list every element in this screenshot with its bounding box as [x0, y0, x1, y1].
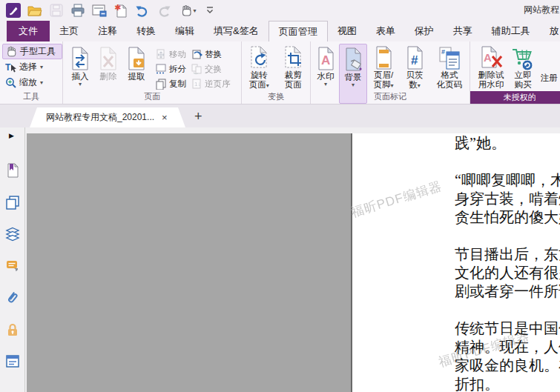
tab-comment[interactable]: 注释 — [88, 21, 127, 41]
bates-numbering-label-1: 贝茨 — [406, 70, 424, 79]
select-tool-label: 选择 — [19, 61, 37, 73]
text-line: 身穿古装，啃着烧 — [455, 190, 560, 208]
email-button[interactable] — [91, 2, 108, 19]
comments-panel-button[interactable] — [5, 259, 20, 273]
reverse-order-icon: 1↓ — [191, 78, 202, 90]
header-footer-icon — [371, 45, 396, 70]
svg-text:#: # — [441, 48, 445, 56]
remove-trial-watermark-icon: A — [478, 45, 504, 70]
copy-pages-button[interactable]: 复制 — [155, 76, 186, 91]
new-tab-button[interactable]: + — [194, 109, 202, 124]
dropdown-icon: ▾ — [193, 8, 196, 13]
window-title: 网站教程 — [524, 4, 560, 16]
tab-partial[interactable]: 放 — [540, 21, 560, 41]
move-icon — [155, 48, 167, 60]
tab-home[interactable]: 主页 — [50, 21, 88, 41]
bates-numbering-label-2: 数 — [409, 80, 418, 89]
layers-panel-button[interactable] — [5, 227, 20, 242]
navigation-sidebar: ▶ — [0, 127, 25, 392]
group-tools: 手型工具 T 选择 ▾ 缩放 ▾ 工具 — [0, 41, 63, 104]
group-label-transform: 变换 — [242, 91, 310, 102]
open-file-button[interactable] — [27, 2, 43, 19]
group-page-marks: A 水印 ▾ 背景 ▾ 页眉/ 页脚▾ # 贝茨 数▾ # 格式 化页码 页面标… — [311, 41, 470, 104]
tab-page-management[interactable]: 页面管理 — [269, 21, 328, 41]
hand-tool-quick-button[interactable]: ▾ — [177, 2, 200, 19]
tab-protect[interactable]: 保护 — [405, 21, 444, 41]
pages-icon — [5, 195, 20, 210]
svg-text:1↓: 1↓ — [194, 81, 200, 87]
svg-text:T: T — [5, 62, 11, 73]
hand-tool-label: 手型工具 — [20, 45, 56, 58]
save-button[interactable] — [48, 2, 65, 19]
title-bar: ✱ ▾ 网站教程 — [0, 0, 560, 21]
hand-icon — [6, 46, 17, 57]
layers-icon — [5, 227, 20, 242]
replace-pages-button[interactable]: 替换 — [191, 47, 231, 62]
lock-icon — [5, 322, 20, 337]
watermark-icon: A — [313, 45, 338, 72]
print-button[interactable] — [70, 2, 86, 19]
undo-button[interactable] — [134, 2, 151, 19]
replace-icon — [191, 48, 202, 60]
split-document-button[interactable]: 拆分 — [155, 62, 186, 76]
tab-file[interactable]: 文件 — [7, 21, 50, 41]
swap-pages-button[interactable]: 交换 — [191, 62, 231, 76]
move-pages-label: 移动 — [169, 49, 186, 60]
expand-panel-icon[interactable]: ▶ — [9, 132, 14, 139]
format-page-numbers-label-1: 格式 — [441, 70, 458, 79]
zoom-tool-button[interactable]: 缩放 ▾ — [2, 75, 62, 90]
svg-text:A: A — [484, 51, 492, 64]
group-label-page-marks: 页面标记 — [311, 91, 470, 102]
tab-form[interactable]: 表单 — [366, 21, 405, 41]
tab-share[interactable]: 共享 — [444, 21, 482, 41]
tab-accessibility[interactable]: 辅助工具 — [482, 21, 540, 41]
ribbon: 手型工具 T 选择 ▾ 缩放 ▾ 工具 插入 ▾ 删除 提取 — [0, 41, 560, 104]
buy-now-cart-icon — [510, 45, 536, 70]
paperclip-icon — [5, 290, 20, 305]
replace-pages-label: 替换 — [205, 49, 222, 60]
delete-pages-label: 删除 — [100, 72, 117, 82]
attachments-panel-button[interactable] — [5, 290, 20, 305]
zoom-tool-label: 缩放 — [19, 76, 37, 89]
fields-panel-button[interactable] — [5, 354, 20, 369]
header-footer-label-2: 页脚 — [373, 80, 390, 89]
split-icon — [155, 63, 167, 75]
copy-pages-label: 复制 — [169, 79, 186, 90]
form-fields-icon — [5, 355, 20, 368]
close-tab-icon[interactable]: × — [162, 112, 168, 123]
dropdown-icon: ▾ — [324, 82, 327, 87]
buy-now-label-2: 购买 — [515, 80, 532, 89]
text-line: 节目播出后，东方 — [455, 245, 560, 264]
text-line: 传统节日是中国传 — [455, 319, 560, 338]
tab-view[interactable]: 视图 — [328, 21, 366, 41]
text-line: “唧唧复唧唧，木 — [455, 171, 560, 190]
new-document-button[interactable]: ✱ — [113, 2, 129, 19]
hand-tool-button[interactable]: 手型工具 — [2, 44, 62, 59]
redo-button[interactable] — [156, 2, 172, 19]
security-panel-button[interactable] — [5, 322, 20, 337]
group-pages: 插入 ▾ 删除 提取 移动 拆分 复制 — [63, 41, 242, 104]
rotate-pages-icon — [246, 45, 271, 70]
document-tab-title: 网站教程专用文稿_20201... — [46, 111, 154, 124]
tab-edit[interactable]: 编辑 — [165, 21, 204, 41]
page-thumbnails-panel-button[interactable] — [5, 195, 20, 210]
reverse-page-order-button[interactable]: 1↓ 逆页序 — [191, 76, 231, 91]
group-label-tools: 工具 — [0, 91, 62, 102]
text-line: 剧或者穿一件所谓 — [455, 282, 560, 301]
customize-toolbar-button[interactable] — [205, 2, 215, 19]
rotate-pages-label-1: 旋转 — [251, 70, 268, 79]
document-tab[interactable]: 网站教程专用文稿_20201... × — [30, 107, 185, 127]
move-pages-button[interactable]: 移动 — [155, 47, 186, 62]
dropdown-icon: ▾ — [79, 82, 82, 87]
text-line: 家吸金的良机。在 — [455, 356, 560, 375]
dropdown-icon: ▾ — [40, 80, 43, 85]
copy-icon — [155, 78, 167, 90]
header-footer-label-1: 页眉/ — [374, 70, 393, 79]
tab-fill-sign[interactable]: 填写&签名 — [204, 21, 269, 41]
rotate-pages-label-2: 页面 — [249, 80, 266, 89]
select-tool-button[interactable]: T 选择 ▾ — [2, 59, 62, 75]
text-line: 文化的人还有很多 — [455, 264, 560, 282]
tab-convert[interactable]: 转换 — [127, 21, 165, 41]
bookmarks-panel-button[interactable] — [5, 163, 20, 178]
remove-trial-watermark-label-2: 用水印 — [478, 80, 504, 89]
